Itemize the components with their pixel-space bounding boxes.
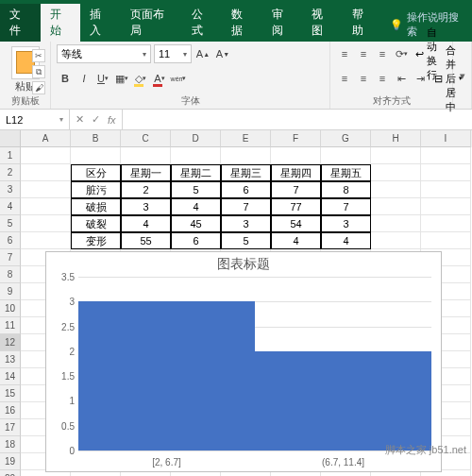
align-middle-button[interactable]: ≡	[355, 44, 372, 63]
row-header[interactable]: 14	[0, 368, 21, 385]
cell[interactable]: 2	[121, 181, 171, 198]
fx-icon[interactable]: fx	[108, 114, 116, 126]
cell[interactable]: 破损	[71, 198, 121, 215]
chart-bar[interactable]	[78, 301, 255, 450]
cell[interactable]	[71, 147, 121, 164]
column-header[interactable]: A	[21, 130, 71, 147]
cell[interactable]: 5	[221, 232, 271, 249]
cell[interactable]: 45	[171, 215, 221, 232]
row-header[interactable]: 17	[0, 419, 21, 436]
row-header[interactable]: 20	[0, 470, 21, 476]
font-color-button[interactable]: A▾	[151, 69, 168, 88]
align-top-button[interactable]: ≡	[336, 44, 353, 63]
formula-input[interactable]	[122, 110, 472, 129]
cell[interactable]: 星期四	[271, 164, 321, 181]
cell[interactable]: 星期五	[321, 164, 371, 181]
decrease-font-button[interactable]: A▼	[214, 44, 231, 63]
name-box[interactable]: L12▾	[0, 110, 70, 129]
tab-help[interactable]: 帮助	[343, 4, 383, 42]
orientation-button[interactable]: ⟳▾	[393, 44, 410, 63]
cell[interactable]: 77	[271, 198, 321, 215]
row-header[interactable]: 13	[0, 351, 21, 368]
cell[interactable]	[21, 147, 71, 164]
cell-grid[interactable]: 区分星期一星期二星期三星期四星期五脏污25678破损347777破裂445354…	[21, 147, 472, 476]
cell[interactable]	[371, 232, 421, 249]
cell[interactable]	[371, 147, 421, 164]
cell[interactable]	[21, 232, 71, 249]
cell[interactable]: 7	[321, 198, 371, 215]
tab-home[interactable]: 开始	[41, 4, 81, 42]
tab-page-layout[interactable]: 页面布局	[121, 4, 182, 42]
font-size-combo[interactable]: 11▾	[154, 44, 192, 63]
row-header[interactable]: 8	[0, 266, 21, 283]
indent-increase-button[interactable]: ⇥	[412, 69, 429, 88]
cell[interactable]: 变形	[71, 232, 121, 249]
row-header[interactable]: 2	[0, 164, 21, 181]
cell[interactable]: 4	[321, 232, 371, 249]
row-header[interactable]: 3	[0, 181, 21, 198]
cell[interactable]: 4	[271, 232, 321, 249]
row-header[interactable]: 15	[0, 385, 21, 402]
cell[interactable]: 星期二	[171, 164, 221, 181]
column-header[interactable]: H	[371, 130, 421, 147]
column-header[interactable]: F	[271, 130, 321, 147]
row-header[interactable]: 16	[0, 402, 21, 419]
cell[interactable]: 星期一	[121, 164, 171, 181]
column-header[interactable]: C	[121, 130, 171, 147]
cell[interactable]: 区分	[71, 164, 121, 181]
wrap-text-button[interactable]: ↩自动换行	[412, 44, 447, 63]
cell[interactable]	[371, 164, 421, 181]
chart-title[interactable]: 图表标题	[46, 252, 441, 277]
align-right-button[interactable]: ≡	[374, 69, 391, 88]
cell[interactable]	[371, 215, 421, 232]
cell[interactable]: 6	[171, 232, 221, 249]
tab-review[interactable]: 审阅	[262, 4, 303, 42]
cell[interactable]	[421, 198, 471, 215]
align-left-button[interactable]: ≡	[336, 69, 353, 88]
cell[interactable]: 8	[321, 181, 371, 198]
border-button[interactable]: ▦▾	[113, 69, 130, 88]
cell[interactable]	[21, 181, 71, 198]
row-header[interactable]: 12	[0, 334, 21, 351]
select-all-corner[interactable]	[0, 130, 21, 147]
format-painter-button[interactable]: 🖌	[32, 81, 45, 94]
row-header[interactable]: 6	[0, 232, 21, 249]
font-name-combo[interactable]: 等线▾	[57, 44, 151, 63]
cell[interactable]	[221, 147, 271, 164]
embedded-chart[interactable]: 图表标题 00.511.522.533.5 [2, 6.7](6.7, 11.4…	[45, 251, 442, 472]
row-header[interactable]: 11	[0, 317, 21, 334]
underline-button[interactable]: U▾	[94, 69, 111, 88]
column-header[interactable]: B	[71, 130, 121, 147]
ribbon-overflow[interactable]: ▾	[453, 42, 472, 109]
align-bottom-button[interactable]: ≡	[374, 44, 391, 63]
tab-formulas[interactable]: 公式	[182, 4, 223, 42]
cell[interactable]	[121, 147, 171, 164]
cell[interactable]	[421, 181, 471, 198]
cell[interactable]: 5	[171, 181, 221, 198]
cell[interactable]	[421, 164, 471, 181]
cell[interactable]	[371, 198, 421, 215]
cell[interactable]: 54	[271, 215, 321, 232]
cell[interactable]	[321, 147, 371, 164]
cell[interactable]: 6	[221, 181, 271, 198]
cell[interactable]	[421, 232, 471, 249]
row-header[interactable]: 10	[0, 300, 21, 317]
italic-button[interactable]: I	[76, 69, 93, 88]
cut-button[interactable]: ✂	[32, 49, 45, 62]
bold-button[interactable]: B	[57, 69, 74, 88]
cell[interactable]: 3	[321, 215, 371, 232]
column-header[interactable]: I	[421, 130, 471, 147]
cell[interactable]	[421, 215, 471, 232]
align-center-button[interactable]: ≡	[355, 69, 372, 88]
row-header[interactable]: 18	[0, 436, 21, 453]
cell[interactable]: 4	[121, 215, 171, 232]
cell[interactable]	[421, 147, 471, 164]
cell[interactable]: 4	[171, 198, 221, 215]
tab-data[interactable]: 数据	[222, 4, 262, 42]
column-header[interactable]: G	[321, 130, 371, 147]
cell[interactable]: 3	[121, 198, 171, 215]
fill-color-button[interactable]: ◇▾	[132, 69, 149, 88]
row-header[interactable]: 7	[0, 249, 21, 266]
tab-file[interactable]: 文件	[0, 4, 41, 42]
row-header[interactable]: 4	[0, 198, 21, 215]
